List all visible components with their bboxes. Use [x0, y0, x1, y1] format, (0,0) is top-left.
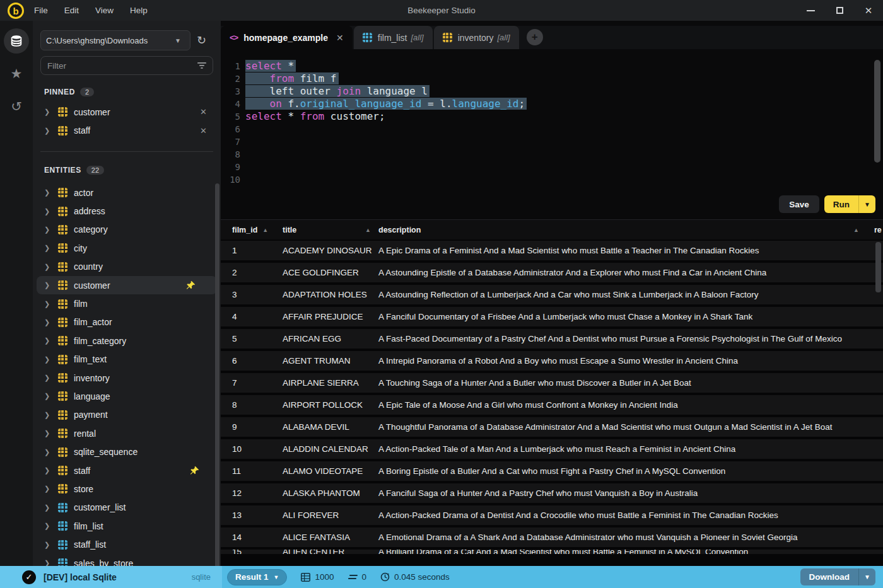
favorites-tab-button[interactable]: ★ — [4, 61, 29, 86]
cell-film-id[interactable]: 7 — [232, 378, 237, 388]
table-row[interactable]: 4AFFAIR PREJUDICEA Fanciful Documentary … — [221, 307, 883, 326]
chevron-right-icon[interactable]: ❯ — [44, 226, 58, 234]
cell-title[interactable]: ALICE FANTASIA — [283, 533, 350, 542]
close-button[interactable]: ✕ — [854, 0, 883, 21]
cell-film-id[interactable]: 15 — [232, 550, 242, 554]
chevron-right-icon[interactable]: ❯ — [44, 411, 58, 419]
chevron-right-icon[interactable]: ❯ — [44, 108, 58, 116]
chevron-right-icon[interactable]: ❯ — [44, 337, 58, 345]
chevron-right-icon[interactable]: ❯ — [44, 281, 58, 289]
chevron-right-icon[interactable]: ❯ — [44, 127, 58, 135]
sidebar-item-customer[interactable]: ❯customer✕ — [33, 103, 221, 121]
cell-title[interactable]: AGENT TRUMAN — [283, 356, 351, 366]
table-row[interactable]: 8AIRPORT POLLOCKA Epic Tale of a Moose A… — [221, 395, 883, 415]
unpin-close-icon[interactable]: ✕ — [200, 107, 207, 117]
cell-description[interactable]: A Astounding Epistle of a Database Admin… — [378, 268, 766, 277]
sidebar-item-film_category[interactable]: ❯film_category — [33, 331, 221, 350]
cell-film-id[interactable]: 10 — [232, 444, 242, 454]
table-row[interactable]: 1ACADEMY DINOSAURA Epic Drama of a Femin… — [221, 241, 883, 260]
sidebar-item-city[interactable]: ❯city — [33, 239, 221, 257]
results-vertical-scrollbar[interactable] — [875, 242, 881, 292]
cell-film-id[interactable]: 14 — [232, 533, 242, 542]
new-tab-button[interactable]: + — [527, 29, 543, 45]
download-button[interactable]: Download — [800, 568, 860, 585]
chevron-right-icon[interactable]: ❯ — [44, 318, 58, 326]
cell-title[interactable]: AIRPORT POLLOCK — [283, 400, 363, 410]
sidebar-item-staff[interactable]: ❯staff — [33, 461, 221, 480]
minimize-button[interactable] — [796, 0, 825, 21]
database-tab-button[interactable] — [4, 28, 29, 54]
sidebar-item-store[interactable]: ❯store — [33, 480, 221, 498]
table-row[interactable]: 5AFRICAN EGGA Fast-Paced Documentary of … — [221, 329, 883, 349]
cell-title[interactable]: ALI FOREVER — [283, 510, 339, 520]
sidebar-item-country[interactable]: ❯country — [33, 258, 221, 276]
table-row[interactable]: 12ALASKA PHANTOMA Fanciful Saga of a Hun… — [221, 483, 883, 503]
pin-icon[interactable] — [190, 466, 199, 475]
chevron-right-icon[interactable]: ❯ — [44, 263, 58, 271]
cell-description[interactable]: A Thoughtful Panorama of a Database Admi… — [378, 422, 832, 432]
column-header-partial[interactable]: re — [874, 220, 882, 239]
column-header-description[interactable]: description▲ — [378, 220, 864, 239]
editor-scrollbar[interactable] — [874, 60, 880, 163]
cell-film-id[interactable]: 13 — [232, 510, 242, 520]
cell-title[interactable]: ALABAMA DEVIL — [283, 422, 349, 432]
cell-description[interactable]: A Epic Drama of a Feminist And a Mad Sci… — [378, 246, 759, 255]
table-row[interactable]: 10ALADDIN CALENDARA Action-Packed Tale o… — [221, 439, 883, 459]
result-selector[interactable]: Result 1▼ — [227, 569, 287, 585]
menu-view[interactable]: View — [95, 6, 114, 15]
cell-title[interactable]: ALASKA PHANTOM — [283, 488, 360, 498]
chevron-right-icon[interactable]: ❯ — [44, 392, 58, 400]
table-row[interactable]: 15ALIEN CENTERA Brilliant Drama of a Cat… — [221, 550, 883, 554]
cell-film-id[interactable]: 4 — [232, 312, 237, 321]
cell-title[interactable]: ALADDIN CALENDAR — [283, 444, 368, 454]
connection-path-select[interactable]: C:\Users\ghstng\Downloads ▼ — [40, 30, 190, 50]
sidebar-item-film[interactable]: ❯film — [33, 294, 221, 313]
table-row[interactable]: 11ALAMO VIDEOTAPEA Boring Epistle of a B… — [221, 461, 883, 481]
table-row[interactable]: 13ALI FOREVERA Action-Packed Drama of a … — [221, 505, 883, 525]
sidebar-item-rental[interactable]: ❯rental — [33, 424, 221, 442]
chevron-right-icon[interactable]: ❯ — [44, 300, 58, 308]
cell-title[interactable]: ACE GOLDFINGER — [283, 268, 359, 277]
chevron-right-icon[interactable]: ❯ — [44, 188, 58, 197]
filter-input[interactable]: Filter — [40, 56, 213, 75]
menu-edit[interactable]: Edit — [64, 6, 79, 15]
cell-film-id[interactable]: 11 — [232, 466, 241, 476]
chevron-right-icon[interactable]: ❯ — [44, 374, 58, 382]
cell-title[interactable]: ALAMO VIDEOTAPE — [283, 466, 363, 476]
sidebar-item-film_actor[interactable]: ❯film_actor — [33, 313, 221, 331]
cell-title[interactable]: AFFAIR PREJUDICE — [283, 312, 363, 321]
cell-description[interactable]: A Fast-Paced Documentary of a Pastry Che… — [378, 334, 842, 343]
table-row[interactable]: 2ACE GOLDFINGERA Astounding Epistle of a… — [221, 263, 883, 282]
sidebar-item-sqlite_sequence[interactable]: ❯sqlite_sequence — [33, 442, 221, 461]
sidebar-item-staff_list[interactable]: ❯staff_list — [33, 535, 221, 553]
table-row[interactable]: 3ADAPTATION HOLESA Astounding Reflection… — [221, 285, 883, 304]
cell-description[interactable]: A Fanciful Saga of a Hunter And a Pastry… — [378, 488, 698, 498]
cell-description[interactable]: A Boring Epistle of a Butler And a Cat w… — [378, 466, 725, 476]
column-header-title[interactable]: title▲ — [283, 220, 377, 239]
cell-film-id[interactable]: 3 — [232, 290, 237, 299]
tab-homepage_example[interactable]: <>homepage_example✕ — [221, 26, 353, 49]
chevron-right-icon[interactable]: ❯ — [44, 522, 58, 530]
tab-film_list[interactable]: film_list[all] — [354, 26, 433, 49]
sidebar-item-staff[interactable]: ❯staff✕ — [33, 121, 221, 139]
chevron-right-icon[interactable]: ❯ — [44, 448, 58, 456]
column-header-film-id[interactable]: film_id▲ — [232, 220, 268, 239]
table-row[interactable]: 14ALICE FANTASIAA Emotional Drama of a A… — [221, 527, 883, 547]
cell-film-id[interactable]: 9 — [232, 422, 237, 432]
table-row[interactable]: 7AIRPLANE SIERRAA Touching Saga of a Hun… — [221, 373, 883, 393]
chevron-right-icon[interactable]: ❯ — [44, 429, 58, 437]
sidebar-scrollbar[interactable] — [215, 183, 219, 566]
connection-status[interactable]: ✓ [DEV] local Sqlite sqlite — [0, 566, 222, 588]
cell-film-id[interactable]: 1 — [232, 246, 237, 255]
cell-film-id[interactable]: 2 — [232, 268, 237, 277]
sidebar-item-customer[interactable]: ❯customer — [37, 276, 217, 294]
chevron-right-icon[interactable]: ❯ — [44, 485, 58, 493]
sidebar-item-address[interactable]: ❯address — [33, 202, 221, 220]
sidebar-item-actor[interactable]: ❯actor — [33, 183, 221, 202]
table-row[interactable]: 6AGENT TRUMANA Intrepid Panorama of a Ro… — [221, 351, 883, 371]
chevron-right-icon[interactable]: ❯ — [44, 355, 58, 364]
download-options-button[interactable]: ▼ — [859, 568, 875, 585]
save-button[interactable]: Save — [779, 195, 819, 213]
sidebar-item-sales_by_store[interactable]: ❯sales_by_store — [33, 554, 221, 566]
maximize-button[interactable] — [825, 0, 854, 21]
